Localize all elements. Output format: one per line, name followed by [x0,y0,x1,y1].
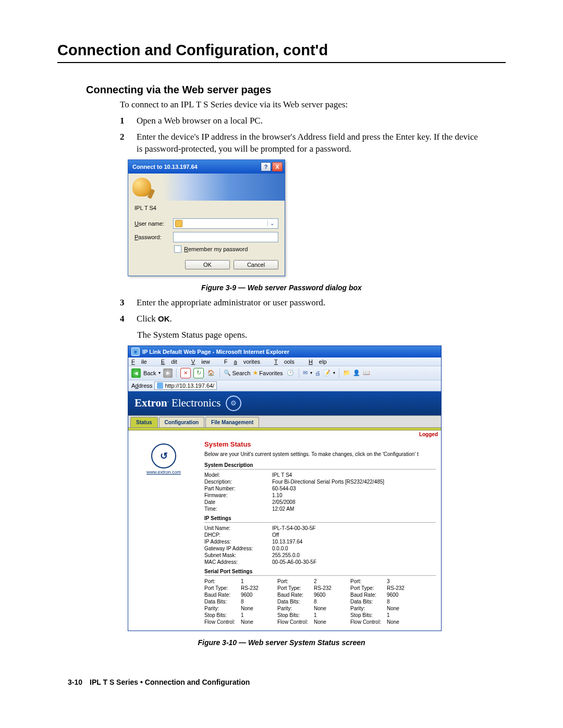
extron-banner: Extron. Electronics ⚙ [128,391,441,415]
logged-label: Logged [128,430,441,437]
step-1: 1Open a Web browser on a local PC. [120,115,480,127]
menu-favorites[interactable]: Favorites [224,359,266,365]
steps-list-a: 1Open a Web browser on a local PC. 2Ente… [120,115,480,155]
print-icon[interactable]: 🖨 [315,370,321,376]
dialog-header: IPL T S4 [134,205,278,211]
address-label: Address [131,382,152,389]
password-dialog: Connect to 10.13.197.64 ? X IPL T S4 Use… [128,159,285,276]
post-steps-text: The System Status page opens. [137,329,502,341]
page-footer: 3-10IPL T S Series • Connection and Conf… [68,678,506,686]
sidebar: ↺ www.extron.com [128,437,199,631]
kv-row: Unit Name:IPL-T-S4-00-30-5F [204,525,436,532]
kv-row: Model:IPL T S4 [204,472,436,478]
ie-title-text: IP Link Default Web Page - Microsoft Int… [142,349,289,355]
figure-3-9-caption: Figure 3-9 — Web server Password dialog … [57,283,506,292]
steps-list-b: 3Enter the appropriate administrator or … [120,297,480,325]
kv-row: Subnet Mask:255.255.0.0 [204,552,436,559]
password-input[interactable] [173,232,278,242]
step-3: 3Enter the appropriate administrator or … [120,297,480,309]
kv-row: Date2/05/2008 [204,499,436,505]
tab-status[interactable]: Status [130,417,158,427]
menu-tools[interactable]: Tools [274,359,301,365]
address-input[interactable]: http://10.13.197.64/ [154,381,217,390]
divider [57,62,506,63]
section-system-description: System Description [204,462,436,470]
kv-row: Part Number:60-544-03 [204,485,436,492]
figure-3-9: Connect to 10.13.197.64 ? X IPL T S4 Use… [128,159,506,276]
research-icon[interactable]: 📖 [363,369,370,376]
dialog-title-text: Connect to 10.13.197.64 [132,164,260,170]
dialog-banner [128,174,285,201]
extron-logo-icon: ↺ [151,443,176,468]
page-heading: System Status [204,440,436,448]
page-number: 3-10 [68,678,82,686]
step-4: 4Click OK. [120,313,480,325]
port-column: Port:1Port Type:RS-232Baud Rate:9600Data… [204,578,263,625]
user-icon [175,220,182,227]
username-dropdown[interactable]: ⌄ [267,220,276,226]
extron-url-link[interactable]: www.extron.com [130,470,197,475]
dialog-titlebar: Connect to 10.13.197.64 ? X [128,160,285,174]
page-tabs: Status Configuration File Management [128,415,441,428]
ie-menubar: File Edit View Favorites Tools Help [128,357,441,366]
port-column: Port:2Port Type:RS-232Baud Rate:9600Data… [277,578,336,625]
menu-edit[interactable]: Edit [161,359,183,365]
page-subtext: Below are your Unit's current system set… [204,451,436,457]
username-label: User name: [134,220,173,227]
menu-help[interactable]: Help [309,359,333,365]
menu-file[interactable]: File [131,359,153,365]
ie-window: e IP Link Default Web Page - Microsoft I… [128,346,442,631]
chapter-title: Connection and Configuration, cont'd [57,42,506,59]
main-panel: System Status Below are your Unit's curr… [199,437,441,631]
history-icon[interactable]: 🕑 [286,368,295,378]
tab-configuration[interactable]: Configuration [159,417,205,427]
ie-addressbar: Address http://10.13.197.64/ [128,380,441,391]
close-button[interactable]: X [272,162,283,171]
section-serial-port-settings: Serial Port Settings [204,569,436,576]
mail-icon[interactable]: ✉ [303,369,308,376]
help-button[interactable]: ? [261,162,271,171]
page-icon [157,382,163,389]
forward-icon[interactable]: ► [163,368,173,378]
remember-label: Remember my password [184,246,248,252]
banner-icon: ⚙ [226,396,241,411]
section-ip-settings: IP Settings [204,515,436,523]
back-icon[interactable]: ◄ [131,368,141,378]
folder-icon[interactable]: 📁 [343,369,350,376]
ok-button[interactable]: OK [185,260,230,269]
username-input[interactable]: ⌄ [173,218,278,229]
edit-icon[interactable]: 📝 [323,369,331,376]
kv-row: Time:12:02 AM [204,505,436,512]
figure-3-10-caption: Figure 3-10 — Web server System Status s… [57,638,506,647]
kv-row: DHCP:Off [204,532,436,538]
figure-3-10: e IP Link Default Web Page - Microsoft I… [128,346,506,631]
home-icon[interactable]: 🏠 [206,368,216,378]
kv-row: Gateway IP Address:0.0.0.0 [204,545,436,552]
kv-row: Firmware:1.10 [204,492,436,499]
kv-row: MAC Address:00-05-A6-00-30-5F [204,559,436,565]
step-2: 2Enter the device's IP address in the br… [120,131,480,155]
intro-text: To connect to an IPL T S Series device v… [120,99,485,111]
remember-checkbox[interactable] [174,245,181,253]
kv-row: IP Address:10.13.197.64 [204,538,436,545]
kv-row: Description:Four Bi-Directional Serial P… [204,478,436,485]
port-column: Port:3Port Type:RS-232Baud Rate:9600Data… [350,578,409,625]
section-title: Connecting via the Web server pages [86,84,506,96]
search-button[interactable]: 🔍Search [224,369,250,376]
keys-icon [132,178,151,196]
cancel-button[interactable]: Cancel [234,260,278,269]
back-label[interactable]: Back [143,370,156,376]
menu-view[interactable]: View [191,359,216,365]
messenger-icon[interactable]: 👤 [353,369,360,376]
ie-app-icon: e [131,348,140,356]
ie-titlebar: e IP Link Default Web Page - Microsoft I… [128,346,441,357]
password-label: Password: [134,234,173,240]
footer-text: IPL T S Series • Connection and Configur… [90,678,250,686]
refresh-icon[interactable]: ↻ [193,368,204,378]
remember-checkbox-row[interactable]: Remember my password [174,245,278,253]
ie-toolbar: ◄ Back ▾ ► ✕ ↻ 🏠 🔍Search ★Favorites 🕑 ✉▾… [128,366,441,380]
stop-icon[interactable]: ✕ [180,368,191,378]
tab-file-management[interactable]: File Management [205,417,259,427]
favorites-button[interactable]: ★Favorites [253,369,283,376]
